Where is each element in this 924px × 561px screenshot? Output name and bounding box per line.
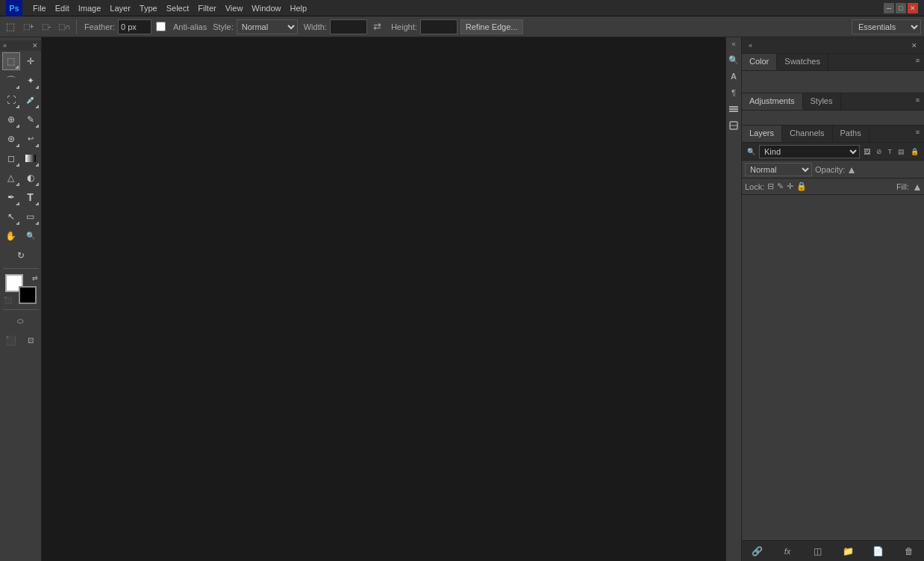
link-layers-button[interactable]: 🔗 [749, 544, 764, 559]
history-brush-tool[interactable]: ↩ [22, 130, 40, 148]
mini-tb-icon1[interactable] [726, 102, 741, 117]
mini-toolbar: « 🔍 A ¶ [725, 37, 742, 561]
workspace-selector[interactable]: Essentials 3D Motion Painting Photograph… [852, 19, 921, 34]
rectangular-marquee-tool[interactable]: ⬚ [2, 52, 20, 70]
refine-edge-button[interactable]: Refine Edge... [461, 19, 523, 34]
options-bar: ⬚ ⬚+ ⬚- ⬚∩ Feather: Anti-alias Style: No… [0, 16, 924, 37]
lock-image-icon[interactable]: ✎ [777, 182, 784, 191]
blend-mode-select[interactable]: Normal Dissolve Multiply Screen Overlay [745, 163, 812, 176]
toolbox-close-icon[interactable]: ✕ [32, 42, 38, 49]
tool-row-1: ⬚ ✛ [2, 52, 40, 70]
clone-stamp-tool[interactable]: ⊛ [2, 130, 20, 148]
adj-tab-menu[interactable]: ≡ [911, 93, 924, 110]
menu-layer[interactable]: Layer [105, 2, 135, 14]
brush-tool[interactable]: ✎ [22, 111, 40, 128]
minimize-button[interactable]: ─ [884, 3, 894, 13]
tool-row-9: ↖ ▭ [2, 208, 40, 226]
eyedropper-tool[interactable]: 💉 [22, 91, 40, 109]
magic-wand-tool[interactable]: ✦ [22, 72, 40, 90]
blur-tool[interactable]: △ [2, 169, 20, 187]
menu-filter[interactable]: Filter [193, 2, 220, 14]
layers-tab-menu[interactable]: ≡ [911, 125, 924, 142]
pen-tool[interactable]: ✒ [2, 188, 20, 206]
menu-view[interactable]: View [221, 2, 248, 14]
layers-blend-row: Normal Dissolve Multiply Screen Overlay … [742, 161, 924, 179]
filter-shape-icon[interactable]: ▤ [896, 147, 907, 156]
tab-layers[interactable]: Layers [742, 125, 782, 142]
filter-pixel-icon[interactable]: 🖼 [861, 147, 873, 156]
filter-type-icon[interactable]: T [886, 147, 895, 156]
type-tool[interactable]: T [22, 188, 40, 206]
mini-tb-icon2[interactable] [726, 118, 741, 133]
tab-paths[interactable]: Paths [833, 125, 870, 142]
subtract-selection-icon[interactable]: ⬚- [39, 19, 54, 34]
mini-tb-paragraph[interactable]: ¶ [726, 85, 741, 100]
gradient-tool[interactable] [22, 149, 40, 167]
mini-toolbar-collapse[interactable]: « [731, 40, 735, 48]
tab-channels[interactable]: Channels [782, 125, 832, 142]
panel-collapse-btn[interactable]: « [746, 41, 755, 50]
maximize-button[interactable]: □ [896, 3, 906, 13]
dodge-tool[interactable]: ◐ [22, 169, 40, 187]
new-group-button[interactable]: 📁 [840, 544, 855, 559]
zoom-tool[interactable]: 🔍 [22, 227, 40, 245]
layers-channels-paths-tabs: Layers Channels Paths ≡ [742, 125, 924, 143]
spot-healing-tool[interactable]: ⊕ [2, 111, 20, 128]
swap-dimensions-icon[interactable]: ⇄ [370, 19, 385, 34]
mini-tb-text[interactable]: A [726, 69, 741, 84]
width-input[interactable] [330, 19, 367, 34]
tab-swatches[interactable]: Swatches [777, 54, 828, 70]
layer-filter-select[interactable]: Kind [759, 145, 860, 158]
menu-help[interactable]: Help [285, 2, 311, 14]
close-button[interactable]: ✕ [908, 3, 918, 13]
add-selection-icon[interactable]: ⬚+ [21, 19, 36, 34]
hand-tool[interactable]: ✋ [2, 227, 20, 245]
filter-smart-icon[interactable]: 🔒 [908, 147, 921, 156]
feather-input[interactable] [118, 19, 152, 34]
rotate-view-tool[interactable]: ↻ [12, 247, 30, 264]
delete-layer-button[interactable]: 🗑 [902, 544, 917, 559]
new-selection-icon[interactable]: ⬚ [3, 19, 18, 34]
color-tab-menu[interactable]: ≡ [911, 54, 924, 70]
style-select[interactable]: Normal Fixed Ratio Fixed Size [237, 19, 298, 34]
add-mask-button[interactable]: ◫ [811, 544, 825, 559]
tab-styles[interactable]: Styles [803, 93, 841, 110]
eraser-tool[interactable]: ◻ [2, 149, 20, 167]
frame-tool[interactable]: ⊡ [22, 332, 40, 350]
tab-adjustments[interactable]: Adjustments [742, 93, 803, 110]
swap-colors-icon[interactable]: ⇄ [32, 274, 38, 282]
quick-mask-tool[interactable]: ⬭ [12, 312, 30, 330]
anti-alias-label: Anti-alias [173, 22, 207, 31]
screen-mode-tool[interactable]: ⬛ [2, 332, 20, 350]
intersect-selection-icon[interactable]: ⬚∩ [57, 19, 72, 34]
move-tool[interactable]: ✛ [22, 52, 40, 70]
menu-window[interactable]: Window [247, 2, 285, 14]
toolbox-collapse-icon[interactable]: « [3, 42, 7, 49]
path-selection-tool[interactable]: ↖ [2, 208, 20, 226]
new-layer-button[interactable]: 📄 [871, 544, 886, 559]
panel-menu-btn[interactable]: ✕ [909, 41, 920, 50]
background-color[interactable] [19, 286, 37, 304]
height-label: Height: [391, 22, 417, 31]
lock-all-icon[interactable]: 🔒 [796, 182, 807, 191]
menu-file[interactable]: File [28, 2, 51, 14]
menu-type[interactable]: Type [135, 2, 162, 14]
layers-bottom-toolbar: 🔗 fx ◫ 📁 📄 🗑 [742, 540, 924, 561]
anti-alias-checkbox[interactable] [156, 22, 166, 31]
filter-adj-icon[interactable]: ⊘ [874, 147, 884, 156]
tab-color[interactable]: Color [742, 54, 777, 70]
lock-position-icon[interactable]: ✛ [787, 182, 793, 191]
shape-tool[interactable]: ▭ [22, 208, 40, 226]
default-colors-icon[interactable]: ⬛ [4, 297, 12, 304]
lock-transparent-icon[interactable]: ⊟ [767, 182, 774, 191]
fx-button[interactable]: fx [780, 544, 795, 559]
height-input[interactable] [420, 19, 458, 34]
menu-image[interactable]: Image [74, 2, 106, 14]
mini-tb-search[interactable]: 🔍 [726, 52, 741, 67]
menu-edit[interactable]: Edit [51, 2, 74, 14]
crop-tool[interactable]: ⛶ [2, 91, 20, 109]
tool-row-extra: ⬭ [12, 312, 30, 330]
lasso-tool[interactable]: ⌒ [2, 72, 20, 90]
color-swatches-area: ⇄ ⬛ [2, 274, 40, 304]
menu-select[interactable]: Select [162, 2, 194, 14]
